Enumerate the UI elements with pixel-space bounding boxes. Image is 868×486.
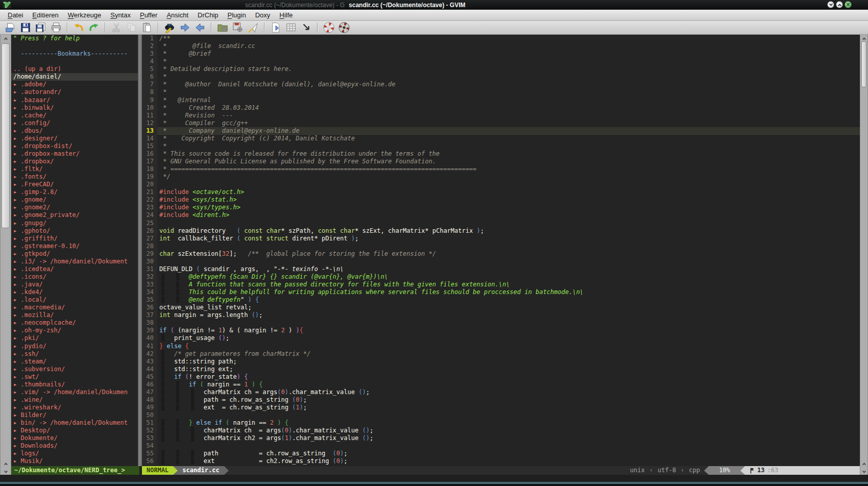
tree-item[interactable]: ▸ .gtkpod/ [11, 250, 138, 258]
tree-item[interactable]: ▸ .oh-my-zsh/ [11, 327, 138, 334]
save-all-button[interactable] [35, 21, 47, 34]
find-replace-button[interactable] [163, 21, 176, 34]
menu-syntax[interactable]: Syntax [106, 10, 135, 20]
scroll-up-icon[interactable] [1, 460, 11, 468]
jump-tag-button[interactable] [300, 21, 312, 34]
code-line[interactable]: 51 } else if ( nargin == 2 ) { [142, 419, 860, 427]
tree-item[interactable]: ▸ .bazaar/ [11, 96, 138, 104]
code-line[interactable]: 30 [142, 258, 860, 265]
tree-item[interactable]: ▸ .neocomplcache/ [11, 319, 138, 327]
code-line[interactable]: 32 @deftypefn {Scan Dir} {} scandir (@va… [142, 273, 860, 281]
nerdtree-panel[interactable]: " Press ? for help ----------Bookmarks--… [11, 35, 138, 466]
tree-item[interactable]: ▸ Bilder/ [11, 411, 138, 419]
code-line[interactable]: 9 * @internal [142, 96, 860, 104]
tree-item[interactable]: ▸ .icons/ [11, 273, 138, 281]
code-line[interactable]: 24#include <dirent.h> [142, 211, 860, 219]
tree-item[interactable]: ▸ .dropbox-dist/ [11, 142, 138, 150]
tree-item[interactable]: ▸ .pydio/ [11, 343, 138, 350]
tree-item[interactable]: ▸ .griffith/ [11, 235, 138, 242]
open-button[interactable] [4, 21, 16, 34]
tree-item[interactable]: ▸ .fonts/ [11, 173, 138, 181]
editor-scrollbar-thumb[interactable] [861, 41, 866, 87]
tree-item[interactable]: ▸ .cache/ [11, 112, 138, 119]
code-line[interactable]: 20 [142, 181, 860, 188]
code-line[interactable]: 8 * [142, 88, 860, 96]
tree-item[interactable]: ▸ .wine/ [11, 396, 138, 404]
code-line[interactable]: 43 std::string path; [142, 358, 860, 366]
tree-item[interactable]: ▸ .dbus/ [11, 127, 138, 135]
code-line[interactable]: 34 This could be helpfull for writing ap… [142, 288, 860, 296]
menu-datei[interactable]: Datei [3, 10, 28, 20]
code-editor[interactable]: 1/**2 * @file scandir.cc3 * @brief4 *5 *… [142, 35, 860, 466]
copy-button[interactable] [126, 21, 138, 34]
tree-item[interactable]: ▸ .dropbox/ [11, 158, 138, 165]
tree-item[interactable]: ▸ .macromedia/ [11, 304, 138, 311]
save-button[interactable] [19, 21, 32, 34]
code-line[interactable]: 23#include <sys/types.h> [142, 204, 860, 211]
tree-bookmark-line[interactable]: ----------Bookmarks---------- [11, 50, 138, 58]
menu-editieren[interactable]: Editieren [28, 10, 63, 20]
tree-item[interactable]: ▸ Dokumente/ [11, 434, 138, 442]
tree-item[interactable]: ▸ .wireshark/ [11, 404, 138, 411]
code-line[interactable]: 31DEFUN_DLD ( scandir , args, , "-*- tex… [142, 265, 860, 273]
code-line[interactable]: 33 A function that scans the passed dire… [142, 281, 860, 288]
load-session-button[interactable] [216, 21, 229, 34]
code-line[interactable]: 45 if (! error_state) { [142, 373, 860, 381]
tree-item[interactable]: ▸ .gnome2_private/ [11, 211, 138, 219]
code-line[interactable]: 55 path = ch.row_as_string (0); [142, 450, 860, 457]
editor-scrollbar[interactable] [860, 35, 868, 476]
code-line[interactable]: 40 print_usage (); [142, 334, 860, 342]
tree-item[interactable]: ▸ .autorandr/ [11, 88, 138, 96]
code-line[interactable]: 49 ext = ch.row_as_string (1); [142, 404, 860, 411]
code-line[interactable]: 25 [142, 220, 860, 227]
minimize-button[interactable] [827, 1, 834, 8]
paste-button[interactable] [141, 21, 153, 34]
tree-item[interactable]: ▸ .FreeCAD/ [11, 181, 138, 188]
code-line[interactable]: 12 * Compiler gcc/g++ [142, 119, 860, 127]
code-line[interactable]: 15 * [142, 142, 860, 150]
tree-item[interactable]: ▸ .vim/ -> /home/daniel/Dokumen [11, 388, 138, 396]
scroll-up-icon[interactable] [860, 460, 867, 468]
code-line[interactable]: 6 * [142, 73, 860, 81]
code-line[interactable]: 44 std::string ext; [142, 366, 860, 373]
tree-item[interactable]: ▸ .i3/ -> /home/daniel/Dokument [11, 258, 138, 265]
window-split-separator[interactable] [138, 35, 142, 466]
tree-item[interactable]: ▸ .java/ [11, 281, 138, 288]
print-button[interactable] [50, 21, 62, 34]
tree-item[interactable]: ▸ .designer/ [11, 135, 138, 142]
tree-item[interactable]: ▸ .kde4/ [11, 288, 138, 296]
cut-button[interactable] [110, 21, 123, 34]
tree-cwd-line[interactable]: /home/daniel/ [11, 73, 138, 81]
menu-ansicht[interactable]: Ansicht [162, 10, 193, 20]
undo-button[interactable] [73, 21, 85, 34]
tree-item[interactable]: ▸ .icedtea/ [11, 265, 138, 273]
find-prev-button[interactable] [194, 21, 206, 34]
tree-item[interactable]: ▸ Desktop/ [11, 427, 138, 434]
tree-item[interactable]: ▸ .fltk/ [11, 165, 138, 173]
code-line[interactable]: 36octave_value_list retval; [142, 304, 860, 311]
tree-item[interactable]: ▸ logs/ [11, 450, 138, 457]
code-line[interactable]: 50 [142, 411, 860, 419]
tree-help-line[interactable]: " Press ? for help [11, 35, 138, 42]
tree-item[interactable]: ▸ .gnome/ [11, 196, 138, 204]
code-line[interactable]: 28 [142, 242, 860, 250]
help-button[interactable] [323, 21, 335, 34]
code-line[interactable]: 21#include <octave/oct.h> [142, 188, 860, 196]
make-button[interactable] [270, 21, 282, 34]
menu-puffer[interactable]: Puffer [135, 10, 162, 20]
menu-werkzeuge[interactable]: Werkzeuge [63, 10, 106, 20]
tree-item[interactable]: ▸ .steam/ [11, 358, 138, 366]
code-line[interactable]: 46 if ( nargin == 1 ) { [142, 381, 860, 388]
tree-item[interactable]: ▸ .gnome2/ [11, 204, 138, 211]
code-line[interactable]: 13 * Company daniel@epyx-online.de [142, 127, 860, 135]
tree-updir-line[interactable]: .. (up a dir) [11, 65, 138, 73]
code-line[interactable]: 38 [142, 319, 860, 327]
code-line[interactable]: 48 path = ch.row_as_string (0); [142, 396, 860, 404]
nerdtree-scrollbar-thumb[interactable] [2, 43, 10, 228]
nerdtree-scrollbar[interactable] [0, 35, 11, 476]
code-line[interactable]: 17 * GNU General Public License as publi… [142, 158, 860, 165]
code-line[interactable]: 22#include <sys/stat.h> [142, 196, 860, 204]
tree-item[interactable]: ▸ .gstreamer-0.10/ [11, 242, 138, 250]
maximize-button[interactable] [836, 1, 843, 8]
code-line[interactable]: 26void readDirectory ( const char* szPat… [142, 227, 860, 235]
